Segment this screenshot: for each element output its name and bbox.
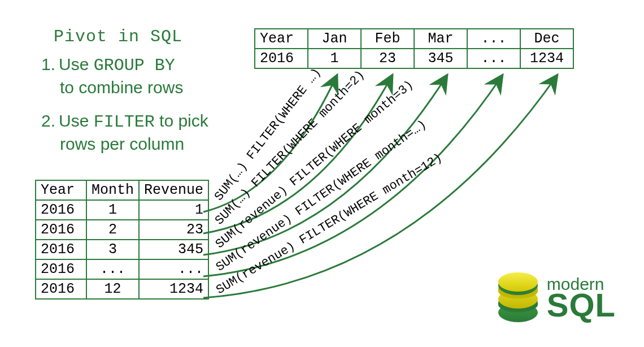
logo: modern SQL xyxy=(498,272,616,323)
table-row: 2016 2 23 xyxy=(36,220,208,240)
cell: ... xyxy=(86,259,139,279)
cell: 1 xyxy=(139,200,208,220)
cell: 1234 xyxy=(139,279,208,299)
cell: 2 xyxy=(86,220,139,240)
source-table: Year Month Revenue 2016 1 1 2016 2 23 20… xyxy=(35,180,209,300)
cell: 1234 xyxy=(520,49,573,68)
cell: 2016 xyxy=(36,279,86,299)
step-1-keyword: GROUP BY xyxy=(94,56,175,75)
cell: 2016 xyxy=(255,49,308,68)
step-1-pre: Use xyxy=(59,55,94,73)
cell: 12 xyxy=(86,279,139,299)
cell: 2016 xyxy=(36,200,86,220)
source-header-year: Year xyxy=(36,180,86,200)
table-row: Year Month Revenue xyxy=(36,180,208,200)
cell: ... xyxy=(139,259,208,279)
cell: 23 xyxy=(361,49,414,68)
logo-stack-icon xyxy=(498,272,538,323)
pivot-header-jan: Jan xyxy=(308,29,361,49)
table-row: 2016 1 23 345 ... 1234 xyxy=(255,49,573,68)
cell: 1 xyxy=(86,200,139,220)
diagram-title: Pivot in SQL xyxy=(54,27,182,46)
table-row: 2016 3 345 xyxy=(36,240,208,259)
step-2-line2: rows per column xyxy=(60,133,208,155)
step-2-post: to pick xyxy=(155,111,208,130)
logo-text-bottom: SQL xyxy=(547,291,616,319)
cell: 2016 xyxy=(36,220,86,240)
pivot-table: Year Jan Feb Mar ... Dec 2016 1 23 345 .… xyxy=(254,28,574,69)
cell: 1 xyxy=(308,49,361,68)
cell: 345 xyxy=(414,49,467,68)
step-1-number: 1. xyxy=(34,54,55,75)
table-row: 2016 1 1 xyxy=(36,200,208,220)
cell: 23 xyxy=(139,220,208,240)
pivot-header-feb: Feb xyxy=(361,29,414,49)
step-2-pre: Use xyxy=(59,111,94,130)
table-row: 2016 ... ... xyxy=(36,259,208,279)
source-header-revenue: Revenue xyxy=(139,180,208,200)
cell: ... xyxy=(467,49,520,68)
pivot-header-mar: Mar xyxy=(414,29,467,49)
source-header-month: Month xyxy=(86,180,139,200)
step-1: 1.Use GROUP BY to combine rows xyxy=(34,54,208,98)
cell: 2016 xyxy=(36,259,86,279)
pivot-header-year: Year xyxy=(255,29,308,49)
step-2: 2.Use FILTER to pick rows per column xyxy=(34,110,208,154)
cell: 345 xyxy=(139,240,208,259)
table-row: Year Jan Feb Mar ... Dec xyxy=(255,29,573,49)
pivot-table-wrap: Year Jan Feb Mar ... Dec 2016 1 23 345 .… xyxy=(254,28,574,69)
pivot-header-more: ... xyxy=(467,29,520,49)
pivot-header-dec: Dec xyxy=(520,29,573,49)
cell: 2016 xyxy=(36,240,86,259)
cell: 3 xyxy=(86,240,139,259)
steps-list: 1.Use GROUP BY to combine rows 2.Use FIL… xyxy=(34,54,208,167)
table-row: 2016 12 1234 xyxy=(36,279,208,299)
step-2-keyword: FILTER xyxy=(94,112,155,132)
logo-text: modern SQL xyxy=(547,277,616,319)
step-2-number: 2. xyxy=(34,110,55,132)
source-table-wrap: Year Month Revenue 2016 1 1 2016 2 23 20… xyxy=(35,180,209,300)
step-1-line2: to combine rows xyxy=(60,77,208,98)
